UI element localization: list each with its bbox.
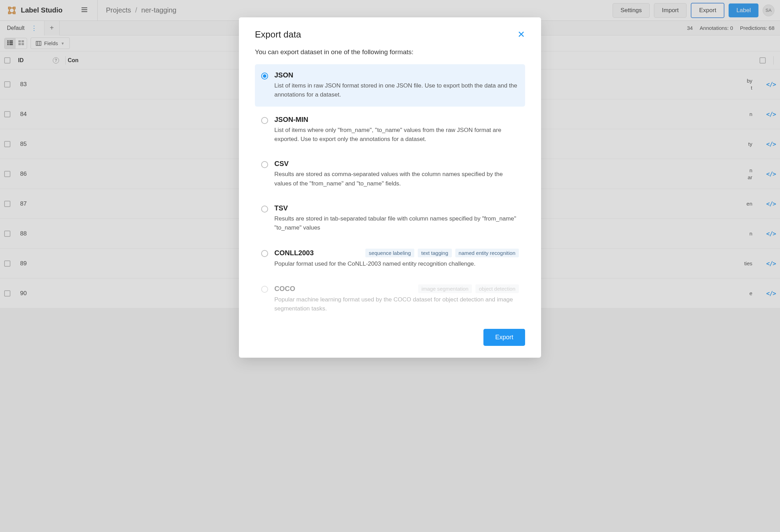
- format-desc: List of items where only "from_name", "t…: [274, 126, 519, 144]
- modal-subtitle: You can export dataset in one of the fol…: [255, 48, 525, 56]
- tag: text tagging: [418, 249, 452, 257]
- format-title: JSON: [274, 71, 293, 79]
- tag: image segmentation: [418, 284, 472, 293]
- format-option[interactable]: TSVResults are stored in tab-separated t…: [255, 197, 525, 240]
- radio: [261, 286, 268, 293]
- format-desc: Results are stored as comma-separated va…: [274, 170, 519, 188]
- format-desc: Popular machine learning format used by …: [274, 295, 519, 314]
- format-title: JSON-MIN: [274, 116, 308, 124]
- radio[interactable]: [261, 117, 268, 124]
- format-desc: Results are stored in tab-separated tabu…: [274, 214, 519, 233]
- format-title: CSV: [274, 160, 289, 168]
- modal-title: Export data: [255, 29, 301, 40]
- format-option[interactable]: CSVResults are stored as comma-separated…: [255, 153, 525, 195]
- export-modal: Export data ✕ You can export dataset in …: [239, 17, 541, 358]
- radio[interactable]: [261, 73, 268, 80]
- format-tags: image segmentationobject detection: [418, 284, 519, 293]
- radio[interactable]: [261, 161, 268, 168]
- format-option: COCOimage segmentationobject detectionPo…: [255, 277, 525, 321]
- tag: object detection: [475, 284, 519, 293]
- format-desc: Popular format used for the CoNLL-2003 n…: [274, 259, 519, 268]
- format-option[interactable]: JSON-MINList of items where only "from_n…: [255, 109, 525, 151]
- format-title: CONLL2003: [274, 249, 314, 257]
- export-submit-button[interactable]: Export: [483, 329, 525, 346]
- close-icon[interactable]: ✕: [517, 29, 525, 40]
- format-title: COCO: [274, 285, 295, 293]
- tag: named entity recognition: [455, 249, 519, 257]
- modal-overlay[interactable]: Export data ✕ You can export dataset in …: [0, 0, 780, 532]
- radio[interactable]: [261, 206, 268, 213]
- format-tags: sequence labelingtext taggingnamed entit…: [365, 249, 519, 257]
- modal-header: Export data ✕: [255, 29, 525, 40]
- format-option[interactable]: CONLL2003sequence labelingtext taggingna…: [255, 242, 525, 275]
- tag: sequence labeling: [365, 249, 414, 257]
- formats-list: JSONList of items in raw JSON format sto…: [255, 64, 525, 321]
- format-title: TSV: [274, 204, 288, 212]
- format-desc: List of items in raw JSON format stored …: [274, 81, 519, 100]
- format-option[interactable]: JSONList of items in raw JSON format sto…: [255, 64, 525, 107]
- modal-footer: Export: [255, 329, 525, 346]
- radio[interactable]: [261, 250, 268, 257]
